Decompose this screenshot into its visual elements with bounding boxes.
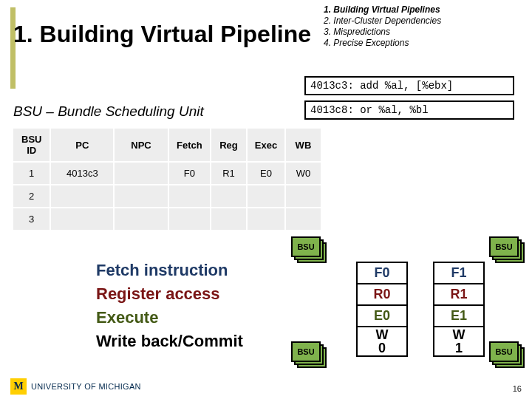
cell-w: W0 [285, 162, 321, 185]
outline-item-2: 2. Inter-Cluster Dependencies [324, 16, 441, 26]
pipe1-w: W1 [433, 326, 485, 357]
bsu-stack-icon: BSU [489, 236, 525, 266]
cell-e [247, 208, 285, 231]
table-row: 3 [13, 208, 321, 231]
th-pc: PC [50, 128, 114, 162]
pipe0-r: R0 [356, 283, 408, 304]
accent-bar [10, 7, 16, 89]
cell-r [211, 185, 247, 208]
th-npc: NPC [114, 128, 168, 162]
cell-pc [50, 185, 114, 208]
footer: M UNIVERSITY OF MICHIGAN [10, 378, 141, 395]
cell-f [168, 208, 211, 231]
outline-item-1: 1. Building Virtual Pipelines [324, 4, 440, 15]
bsu-stack-icon: BSU [489, 341, 525, 371]
stage-reg: Register access [96, 282, 303, 306]
cell-f: F0 [168, 162, 211, 185]
th-wb: WB [285, 128, 321, 162]
pipe1-f: F1 [433, 262, 485, 283]
cell-f [168, 185, 211, 208]
outline-list: 1. Building Virtual Pipelines 2. Inter-C… [324, 4, 523, 49]
bsu-subtitle: BSU – Bundle Scheduling Unit [13, 103, 204, 120]
pipe0-e: E0 [356, 304, 408, 326]
umich-logo-icon: M [10, 378, 27, 395]
pipeline-1: F1 R1 E1 W1 [433, 262, 485, 357]
th-reg: Reg [211, 128, 247, 162]
pipe0-f: F0 [356, 262, 408, 283]
page-number: 16 [513, 384, 522, 393]
pipe1-e: E1 [433, 304, 485, 326]
cell-r [211, 208, 247, 231]
bsu-table: BSU ID PC NPC Fetch Reg Exec WB 1 4013c3… [12, 127, 322, 231]
stage-list: Fetch instruction Register access Execut… [96, 259, 303, 353]
stage-exe: Execute [96, 306, 303, 330]
cell-r: R1 [211, 162, 247, 185]
th-bsu-id: BSU ID [13, 128, 50, 162]
cell-pc: 4013c3 [50, 162, 114, 185]
code-line-2: 4013c8: or %al, %bl [304, 100, 514, 120]
pipe0-w: W0 [356, 326, 408, 357]
table-row: 1 4013c3 F0 R1 E0 W0 [13, 162, 321, 185]
th-fetch: Fetch [168, 128, 211, 162]
cell-npc [114, 162, 168, 185]
pipeline-0: F0 R0 E0 W0 [356, 262, 408, 357]
pipe1-r: R1 [433, 283, 485, 304]
cell-pc [50, 208, 114, 231]
th-exec: Exec [247, 128, 285, 162]
stage-wb: Write back/Commit [96, 330, 303, 353]
footer-university: UNIVERSITY OF MICHIGAN [31, 382, 141, 391]
cell-e [247, 185, 285, 208]
code-line-1: 4013c3: add %al, [%ebx] [304, 76, 514, 95]
cell-e: E0 [247, 162, 285, 185]
bsu-stack-icon: BSU [291, 236, 327, 266]
cell-id: 2 [13, 185, 50, 208]
cell-id: 1 [13, 162, 50, 185]
cell-npc [114, 185, 168, 208]
bsu-stack-icon: BSU [291, 341, 327, 371]
table-row: 2 [13, 185, 321, 208]
cell-w [285, 185, 321, 208]
cell-npc [114, 208, 168, 231]
cell-w [285, 208, 321, 231]
cell-id: 3 [13, 208, 50, 231]
outline-item-4: 4. Precise Exceptions [324, 38, 409, 48]
slide-title: 1. Building Virtual Pipeline [13, 21, 311, 48]
stage-fetch: Fetch instruction [96, 259, 303, 282]
outline-item-3: 3. Mispredictions [324, 27, 390, 37]
